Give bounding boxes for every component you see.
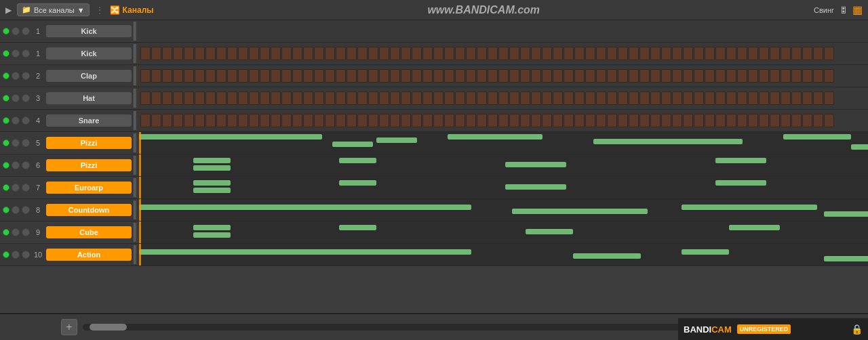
beat-cell-3-3[interactable] [173,91,183,105]
led-10[interactable] [3,251,9,258]
beat-cell-3-14[interactable] [292,91,302,105]
beat-cell-3-13[interactable] [281,91,292,105]
scrollbar-thumb[interactable] [90,324,127,331]
beat-cell-3-36[interactable] [531,91,541,105]
beat-cell-1-45[interactable] [629,47,639,60]
beat-cell-1-50[interactable] [683,47,693,60]
beat-cell-4-14[interactable] [292,114,302,127]
beat-cell-1-11[interactable] [260,47,270,60]
beat-cell-2-22[interactable] [379,69,389,83]
beat-cell-3-0[interactable] [140,91,151,105]
beat-cell-4-46[interactable] [639,114,650,127]
beat-cell-1-8[interactable] [227,47,237,60]
beat-cell-4-62[interactable] [813,114,823,127]
beat-cell-4-63[interactable] [824,114,834,127]
beat-cell-1-15[interactable] [303,47,313,60]
beat-cell-3-15[interactable] [303,91,313,105]
beat-cell-1-27[interactable] [433,47,443,60]
beat-cell-2-5[interactable] [195,69,205,83]
beat-cell-2-32[interactable] [488,69,498,83]
beat-cell-4-32[interactable] [488,114,498,127]
beat-cell-3-20[interactable] [357,91,368,105]
beat-cell-4-11[interactable] [260,114,270,127]
beat-cell-1-63[interactable] [824,47,834,60]
beat-cell-3-32[interactable] [488,91,498,105]
beat-cell-2-28[interactable] [444,69,454,83]
beat-cell-2-31[interactable] [477,69,487,83]
beat-cell-3-29[interactable] [455,91,465,105]
beat-cell-3-37[interactable] [542,91,552,105]
beat-cell-1-6[interactable] [205,47,216,60]
beat-cell-4-41[interactable] [585,114,595,127]
beat-cell-3-42[interactable] [596,91,606,105]
beat-cell-3-18[interactable] [336,91,346,105]
beat-cell-3-5[interactable] [195,91,205,105]
beat-cell-2-46[interactable] [639,69,650,83]
beat-cell-1-16[interactable] [314,47,324,60]
beat-cell-2-63[interactable] [824,69,834,83]
beat-cell-1-54[interactable] [726,47,736,60]
beat-cell-4-1[interactable] [151,114,161,127]
beat-cell-4-24[interactable] [401,114,411,127]
led-9[interactable] [3,229,9,236]
beat-cell-1-60[interactable] [791,47,802,60]
led-5[interactable] [3,140,9,146]
beat-cell-3-26[interactable] [422,91,433,105]
beat-cell-2-48[interactable] [661,69,671,83]
beat-cell-4-27[interactable] [433,114,443,127]
beat-cell-1-3[interactable] [173,47,183,60]
beat-cell-2-54[interactable] [726,69,736,83]
led-7[interactable] [3,184,9,191]
beat-cell-2-42[interactable] [596,69,606,83]
beat-cell-2-23[interactable] [390,69,400,83]
beat-cell-4-61[interactable] [802,114,812,127]
beat-cell-2-38[interactable] [553,69,563,83]
beat-cell-3-2[interactable] [162,91,172,105]
beat-cell-1-32[interactable] [488,47,498,60]
beat-cell-1-4[interactable] [184,47,194,60]
beat-cell-1-26[interactable] [422,47,433,60]
beat-cell-3-62[interactable] [813,91,823,105]
beat-cell-1-1[interactable] [151,47,161,60]
track-name-1[interactable]: Kick [46,25,132,37]
beat-cell-2-3[interactable] [173,69,183,83]
beat-cell-1-17[interactable] [325,47,335,60]
beat-cell-1-5[interactable] [195,47,205,60]
track-name-5[interactable]: Pizzi [46,137,132,149]
beat-cell-4-6[interactable] [205,114,216,127]
beat-cell-2-45[interactable] [629,69,639,83]
beat-cell-1-52[interactable] [705,47,715,60]
beat-cell-2-4[interactable] [184,69,194,83]
beat-cell-1-24[interactable] [401,47,411,60]
beat-cell-2-20[interactable] [357,69,368,83]
beat-cell-3-41[interactable] [585,91,595,105]
beat-cell-2-29[interactable] [455,69,465,83]
beat-cell-2-39[interactable] [564,69,574,83]
beat-cell-4-17[interactable] [325,114,335,127]
beat-cell-3-55[interactable] [737,91,747,105]
led-1[interactable] [3,28,9,35]
beat-cell-3-23[interactable] [390,91,400,105]
beat-cell-3-50[interactable] [683,91,693,105]
beat-cell-2-59[interactable] [781,69,791,83]
beat-cell-3-56[interactable] [748,91,758,105]
beat-cell-2-17[interactable] [325,69,335,83]
beat-cell-2-7[interactable] [216,69,226,83]
beat-cell-2-43[interactable] [607,69,617,83]
mute-btn-3[interactable] [12,94,20,102]
knob-icon[interactable]: 🎛 [840,6,847,14]
beat-cell-2-14[interactable] [292,69,302,83]
beat-cell-1-47[interactable] [650,47,660,60]
beat-cell-4-48[interactable] [661,114,671,127]
mute-btn-9[interactable] [12,228,20,236]
beat-cell-1-10[interactable] [249,47,259,60]
beat-cell-1-14[interactable] [292,47,302,60]
beat-cell-2-40[interactable] [574,69,585,83]
play-button[interactable]: ▶ [5,5,12,15]
beat-cell-2-57[interactable] [759,69,769,83]
beat-cell-3-22[interactable] [379,91,389,105]
mute-btn-1[interactable] [12,49,20,58]
beat-cell-2-15[interactable] [303,69,313,83]
beat-cell-2-10[interactable] [249,69,259,83]
beat-cell-3-4[interactable] [184,91,194,105]
